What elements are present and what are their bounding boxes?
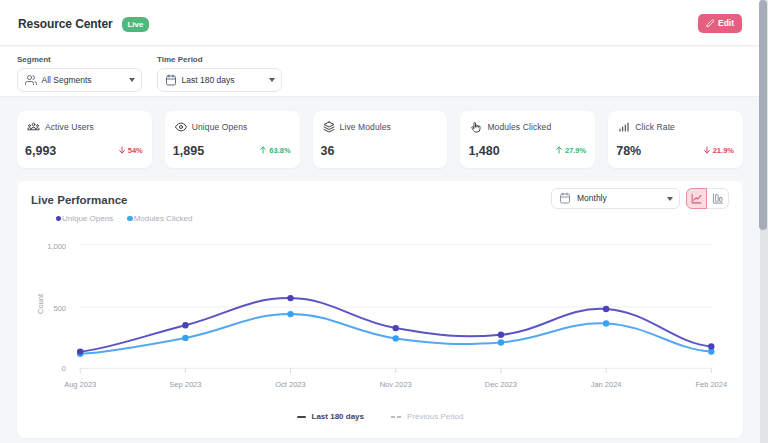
svg-text:Aug 2023: Aug 2023	[64, 380, 96, 389]
svg-text:Count: Count	[36, 293, 45, 314]
svg-text:500: 500	[53, 304, 66, 313]
svg-text:Dec 2023: Dec 2023	[485, 380, 517, 389]
svg-text:Nov 2023: Nov 2023	[380, 380, 412, 389]
svg-text:Oct 2023: Oct 2023	[275, 380, 305, 389]
svg-text:Feb 2024: Feb 2024	[695, 380, 727, 389]
svg-text:Sep 2023: Sep 2023	[169, 380, 201, 389]
svg-text:0: 0	[62, 364, 66, 373]
svg-text:Jan 2024: Jan 2024	[591, 380, 622, 389]
svg-text:1,000: 1,000	[47, 242, 66, 251]
